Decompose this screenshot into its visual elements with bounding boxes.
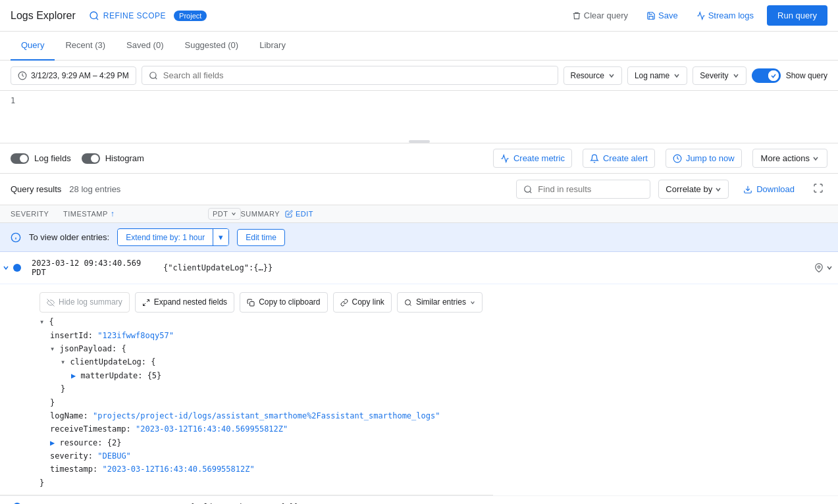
expand-nested-icon <box>142 299 150 307</box>
json-resource: ▶ resource: {2} <box>39 436 483 449</box>
edit-time-button[interactable]: Edit time <box>237 229 285 246</box>
severity-dot-info <box>13 264 21 272</box>
find-in-results-input <box>516 180 650 199</box>
download-icon <box>743 185 752 194</box>
extend-time-label[interactable]: Extend time by: 1 hour <box>118 230 213 245</box>
log-row-expanded: 2023-03-12 09:43:40.569 PDT {"clientUpda… <box>0 252 838 496</box>
severity-icon <box>13 257 26 278</box>
row-summary: {"clientUpdateLog":{…}} <box>184 496 838 504</box>
json-close-brace: } <box>39 476 483 490</box>
svg-point-14 <box>405 299 410 305</box>
project-badge: Project <box>174 11 207 21</box>
results-title: Query results <box>11 184 61 194</box>
hide-log-summary-button[interactable]: Hide log summary <box>39 292 130 313</box>
search-input[interactable] <box>163 70 551 80</box>
json-client-update-open: ▾ clientUpdateLog: { <box>39 355 483 368</box>
json-insert-id: insertId: "123ifwwf8oqy57" <box>39 329 483 342</box>
similar-icon <box>404 299 412 307</box>
link-icon <box>340 299 348 307</box>
histogram-label: Histogram <box>105 153 144 163</box>
histogram-toggle[interactable] <box>82 153 100 164</box>
jump-icon <box>673 154 682 163</box>
clear-icon <box>572 11 581 20</box>
run-query-button[interactable]: Run query <box>767 5 827 26</box>
tab-bar: Query Recent (3) Saved (0) Suggested (0)… <box>0 32 838 61</box>
time-banner-message: To view older entries: <box>29 232 109 242</box>
svg-point-0 <box>90 12 97 19</box>
expand-icon <box>813 183 824 193</box>
create-metric-button[interactable]: Create metric <box>493 149 572 168</box>
clock-icon <box>18 71 27 80</box>
extend-time-dropdown[interactable]: ▾ <box>213 229 228 245</box>
col-timestamp-header[interactable]: TIMESTAMP ↑ <box>63 209 208 218</box>
svg-point-2 <box>150 72 156 78</box>
chevron-down-icon <box>608 72 615 79</box>
show-query-toggle[interactable]: Show query <box>752 68 827 83</box>
json-timestamp: timestamp: "2023-03-12T16:43:40.56995581… <box>39 463 483 476</box>
copy-icon <box>247 299 255 307</box>
severity-filter[interactable]: Severity <box>693 66 746 85</box>
similar-chevron-icon <box>470 300 475 305</box>
refine-scope-icon <box>89 11 99 21</box>
table-header: SEVERITY TIMESTAMP ↑ PDT SUMMARY EDIT <box>0 205 838 223</box>
log-toolbar: Log fields Histogram Create metric Creat… <box>0 143 838 174</box>
row-expand-toggle[interactable] <box>0 496 13 504</box>
log-fields-toggle[interactable] <box>11 153 29 164</box>
log-entries-container: 2023-03-12 09:43:40.569 PDT {"clientUpda… <box>0 252 838 504</box>
histogram-knob <box>91 155 99 163</box>
tab-query[interactable]: Query <box>11 32 55 61</box>
json-receive-timestamp: receiveTimestamp: "2023-03-12T16:43:40.5… <box>39 422 483 436</box>
clear-query-button[interactable]: Clear query <box>567 7 633 24</box>
chevron-down-icon <box>673 72 680 79</box>
edit-icon <box>285 210 293 218</box>
line-number: 1 <box>11 96 15 105</box>
json-severity: severity: "DEBUG" <box>39 449 483 463</box>
create-alert-button[interactable]: Create alert <box>583 149 655 168</box>
app-title: Logs Explorer <box>11 10 76 22</box>
save-icon <box>646 11 656 20</box>
pin-icon[interactable] <box>814 263 824 272</box>
correlate-button[interactable]: Correlate by <box>658 180 729 199</box>
svg-point-4 <box>525 186 531 191</box>
copy-to-clipboard-button[interactable]: Copy to clipboard <box>240 292 327 313</box>
chevron-down-icon <box>3 265 9 271</box>
toggle-switch[interactable] <box>752 68 781 83</box>
jump-to-now-button[interactable]: Jump to now <box>666 149 742 168</box>
stream-logs-button[interactable]: Stream logs <box>691 7 759 24</box>
extend-time-button[interactable]: Extend time by: 1 hour ▾ <box>117 228 229 246</box>
col-severity-header: SEVERITY <box>11 210 63 218</box>
tab-suggested[interactable]: Suggested (0) <box>174 32 249 61</box>
time-range-selector[interactable]: 3/12/23, 9:29 AM – 4:29 PM <box>11 66 136 85</box>
edit-columns-button[interactable]: EDIT <box>285 210 313 218</box>
json-open-brace: ▾ { <box>39 315 483 328</box>
timezone-selector[interactable]: PDT <box>208 208 241 220</box>
save-button[interactable]: Save <box>641 7 683 24</box>
resize-handle[interactable] <box>409 140 430 143</box>
expand-results-button[interactable] <box>809 179 827 199</box>
svg-line-12 <box>143 303 145 306</box>
metric-icon <box>500 154 510 163</box>
row-dropdown-icon[interactable] <box>826 265 833 271</box>
similar-entries-button[interactable]: Similar entries <box>397 292 483 313</box>
sort-arrow: ↑ <box>111 209 115 218</box>
query-editor[interactable]: 1 <box>0 91 838 143</box>
refine-scope-button[interactable]: REFINE SCOPE <box>89 11 166 21</box>
time-extend-banner: To view older entries: Extend time by: 1… <box>0 223 838 252</box>
log-name-filter[interactable]: Log name <box>627 66 687 85</box>
row-expand-toggle[interactable] <box>0 257 13 280</box>
tab-saved[interactable]: Saved (0) <box>116 32 174 61</box>
row-summary: {"clientUpdateLog":{…}} <box>158 257 809 279</box>
tab-library[interactable]: Library <box>249 32 296 61</box>
results-header: Query results 28 log entries Correlate b… <box>0 174 838 205</box>
tab-recent[interactable]: Recent (3) <box>55 32 116 61</box>
copy-link-button[interactable]: Copy link <box>333 292 392 313</box>
log-detail: Hide log summary Expand nested fields Co… <box>0 284 493 495</box>
find-input-field[interactable] <box>538 184 643 194</box>
log-fields-toggle-group: Log fields <box>11 153 71 164</box>
json-content: ▾ { insertId: "123ifwwf8oqy57" ▾ jsonPay… <box>39 315 483 490</box>
more-actions-button[interactable]: More actions <box>752 149 827 168</box>
download-button[interactable]: Download <box>737 180 801 198</box>
resource-filter[interactable]: Resource <box>563 66 622 85</box>
expand-nested-fields-button[interactable]: Expand nested fields <box>135 292 234 313</box>
table-row: 2023-03-12 09:43:44.326 PDT {"clientUpda… <box>0 496 838 504</box>
